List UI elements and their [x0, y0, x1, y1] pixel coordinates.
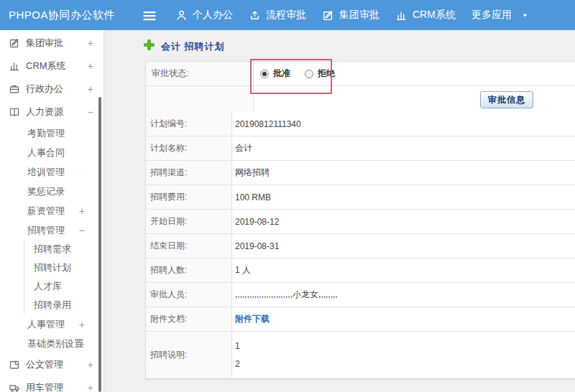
expand-toggle-icon[interactable]: + [79, 319, 85, 330]
nav-item-label: 集团审批 [339, 9, 380, 22]
field-label: 结束日期: [146, 234, 232, 258]
nav-item-process-approval[interactable]: 流程审批 [249, 9, 306, 22]
page-title: 会计 招聘计划 [161, 40, 225, 53]
chart-icon [395, 9, 408, 22]
plan-detail-table: 计划编号:20190812111340计划名称:会计招聘渠道:网络招聘招聘费用:… [145, 112, 575, 380]
truck-icon [9, 382, 20, 392]
sidebar-item-label: 人力资源 [26, 106, 63, 118]
sidebar-item-recruit-mgmt[interactable]: 招聘管理− [0, 220, 104, 240]
sidebar-scrollbar[interactable] [98, 97, 101, 392]
sidebar-item-training-mgmt[interactable]: 培训管理 [0, 162, 104, 182]
main-content: 会计 招聘计划 审批状态: 批准拒绝 审批信息 计划编号:20190812111… [105, 30, 575, 392]
sidebar-item-label: 集团审批 [26, 37, 63, 50]
field-label: 招聘费用: [146, 185, 232, 209]
field-label: 招聘渠道: [146, 161, 232, 185]
sidebar-item-label: 用车管理 [26, 381, 63, 392]
sidebar-item-label: 培训管理 [27, 166, 65, 179]
table-row-recruit-cost: 招聘费用:100 RMB [146, 185, 575, 210]
expand-toggle-icon[interactable]: + [88, 360, 93, 370]
nav-item-crm-system[interactable]: CRM系统 [395, 9, 456, 22]
app-logo: PHPOA协同办公软件 [9, 9, 115, 22]
expand-toggle-icon[interactable]: − [88, 107, 93, 117]
sidebar-item-human-resources[interactable]: 人力资源− [0, 101, 104, 123]
add-icon [144, 39, 155, 50]
approve-radio-option[interactable]: 批准 [260, 67, 290, 80]
sidebar-item-label: 基础类别设置 [27, 337, 83, 350]
sidebar-item-label: 考勤管理 [27, 127, 65, 140]
table-row-approvers: 审批人员:,,,,,,,,,,,,,,,,,,,,,,,,小龙女,,,,,,,, [146, 283, 575, 307]
approve-radio-button[interactable] [260, 70, 269, 78]
sidebar-item-label: 人事管理 [27, 318, 65, 331]
table-row-plan-name: 计划名称:会计 [146, 136, 575, 161]
sidebar-item-label: 招聘需求 [34, 243, 71, 256]
chart-icon [9, 60, 20, 72]
field-value: 网络招聘 [232, 161, 575, 185]
sidebar-item-recruit-plan[interactable]: 招聘计划 [24, 258, 104, 277]
sidebar-item-label: 招聘计划 [34, 261, 71, 274]
approval-info-button[interactable]: 审批信息 [480, 91, 533, 108]
menu-icon[interactable] [142, 9, 157, 22]
sidebar-item-salary-mgmt[interactable]: 薪资管理+ [0, 201, 104, 220]
field-label: 计划编号: [146, 112, 232, 136]
nav-item-label: 流程审批 [266, 9, 306, 22]
field-value: 2019-08-12 [232, 210, 575, 233]
sidebar-item-recruit-demand[interactable]: 招聘需求 [24, 240, 104, 258]
sidebar-item-basic-category-settings[interactable]: 基础类别设置+ [0, 334, 104, 353]
table-row-attachment: 附件文档:附件下载 [146, 307, 575, 332]
expand-toggle-icon[interactable]: + [88, 84, 93, 94]
empty-label-cell [146, 86, 254, 112]
edit-icon [322, 9, 334, 22]
user-icon [175, 9, 188, 22]
sidebar-item-recruit-hire[interactable]: 招聘录用 [24, 296, 104, 314]
field-value: 附件下载 [232, 307, 575, 331]
approval-radio-group: 批准拒绝 [254, 62, 575, 85]
reject-radio-button[interactable] [305, 70, 313, 78]
field-value: 20190812111340 [232, 112, 575, 136]
approval-status-label: 审批状态: [146, 62, 254, 85]
sidebar-item-label: 人才库 [34, 280, 62, 293]
book-icon [9, 106, 20, 118]
field-label: 附件文档: [146, 307, 232, 331]
sidebar-item-label: 公文管理 [26, 358, 63, 371]
sidebar-item-document-mgmt[interactable]: 公文管理+ [0, 353, 104, 376]
top-nav: 个人办公流程审批集团审批CRM系统更多应用 [175, 0, 529, 30]
field-label: 招聘人数: [146, 258, 232, 282]
expand-toggle-icon[interactable]: + [79, 339, 85, 349]
nav-item-label: 个人办公 [193, 9, 233, 22]
sidebar-item-label: 招聘录用 [34, 299, 71, 312]
sidebar-item-talent-pool[interactable]: 人才库 [24, 277, 104, 296]
expand-toggle-icon[interactable]: + [88, 61, 93, 71]
reject-radio-option[interactable]: 拒绝 [305, 67, 335, 80]
field-label: 招聘说明: [146, 332, 232, 378]
sidebar-item-personnel-mgmt[interactable]: 人事管理+ [0, 314, 104, 334]
attachment-download-link[interactable]: 附件下载 [235, 313, 270, 325]
app-window: PHPOA协同办公软件 个人办公流程审批集团审批CRM系统更多应用 集团审批+C… [0, 0, 575, 392]
sidebar-item-reward-punishment[interactable]: 奖惩记录 [0, 182, 104, 201]
sidebar-item-group-approval[interactable]: 集团审批+ [0, 32, 104, 55]
sidebar-item-admin-office[interactable]: 行政办公+ [0, 78, 104, 101]
nav-item-more-apps[interactable]: 更多应用 [472, 9, 529, 22]
expand-toggle-icon[interactable]: + [79, 206, 85, 216]
sidebar-item-label: 奖惩记录 [27, 185, 65, 198]
field-value-line: 1 [235, 337, 240, 355]
sidebar-item-attendance-mgmt[interactable]: 考勤管理 [0, 123, 104, 143]
field-value: 100 RMB [232, 185, 575, 209]
nav-item-group-approval[interactable]: 集团审批 [322, 9, 380, 22]
expand-toggle-icon[interactable]: − [79, 225, 85, 235]
sidebar-item-personnel-contract[interactable]: 人事合同 [0, 143, 104, 162]
sidebar-item-vehicle-mgmt[interactable]: 用车管理+ [0, 376, 104, 392]
field-value-line: 2 [235, 355, 240, 373]
expand-toggle-icon[interactable]: + [88, 38, 93, 48]
nav-item-personal-office[interactable]: 个人办公 [175, 9, 233, 22]
field-value: 2019-08-31 [232, 234, 575, 258]
field-label: 开始日期: [146, 210, 232, 233]
edit-icon [9, 37, 20, 49]
nav-item-label: CRM系统 [413, 9, 456, 22]
nav-item-label: 更多应用 [472, 9, 512, 22]
field-value: 会计 [232, 136, 575, 160]
sidebar-item-label: 薪资管理 [27, 205, 65, 218]
sidebar-item-label: 人事合同 [27, 146, 65, 159]
field-value: ,,,,,,,,,,,,,,,,,,,,,,,,小龙女,,,,,,,, [232, 283, 575, 307]
expand-toggle-icon[interactable]: + [88, 383, 93, 392]
sidebar-item-crm-system[interactable]: CRM系统+ [0, 55, 104, 78]
